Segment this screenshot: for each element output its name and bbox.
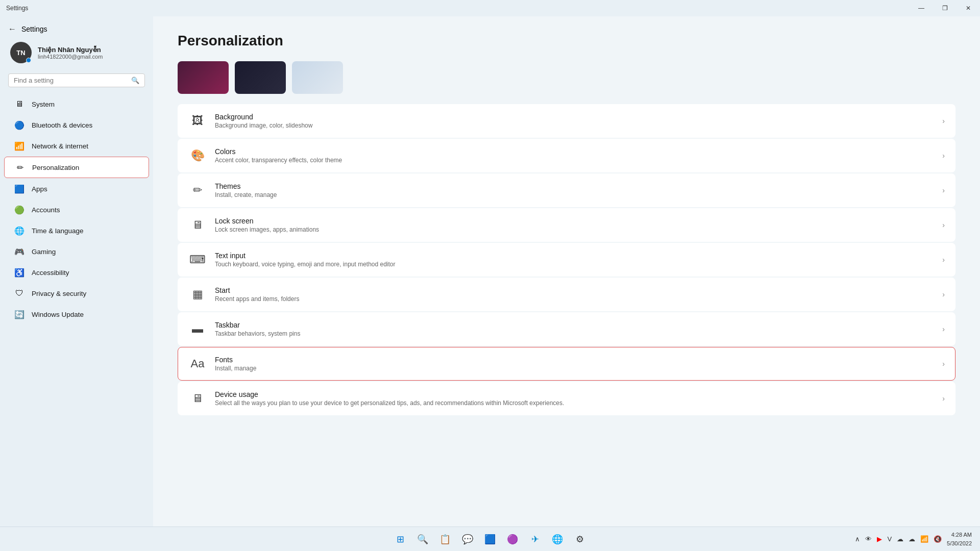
tray-expand[interactable]: ∧	[853, 533, 862, 545]
nav-icon-accounts: 🟢	[14, 205, 24, 215]
setting-item-taskbar[interactable]: ▬ Taskbar Taskbar behaviors, system pins…	[178, 312, 955, 346]
nav-label-bluetooth: Bluetooth & devices	[32, 121, 92, 129]
tray-wifi[interactable]: 📶	[918, 533, 930, 545]
setting-icon-wrap-lockscreen: 🖥	[188, 216, 207, 234]
sidebar-item-bluetooth[interactable]: 🔵 Bluetooth & devices	[4, 115, 149, 135]
titlebar: Settings — ❐ ✕	[0, 0, 980, 16]
theme-swatch-2[interactable]	[235, 61, 286, 94]
taskbar: ⊞🔍📋💬🟦🟣✈🌐⚙ ∧ 👁 ▶ V ☁ ☁ 📶 🔇 4:28 AM 5/30/2…	[0, 527, 980, 551]
search-input[interactable]	[14, 77, 128, 84]
setting-item-start[interactable]: ▦ Start Recent apps and items, folders ›	[178, 278, 955, 311]
setting-text-lockscreen: Lock screen Lock screen images, apps, an…	[215, 217, 934, 233]
sidebar-item-privacy[interactable]: 🛡 Privacy & security	[4, 283, 149, 304]
nav-label-system: System	[32, 101, 55, 108]
nav-label-time: Time & language	[32, 227, 84, 235]
chevron-fonts: ›	[942, 360, 945, 368]
setting-item-background[interactable]: 🖼 Background Background image, color, sl…	[178, 104, 955, 138]
nav-icon-gaming: 🎮	[14, 246, 24, 257]
setting-text-fonts: Fonts Install, manage	[215, 356, 934, 372]
nav-icon-accessibility: ♿	[14, 267, 24, 278]
chevron-start: ›	[942, 290, 945, 298]
nav-label-update: Windows Update	[32, 311, 84, 318]
maximize-button[interactable]: ❐	[933, 0, 957, 16]
setting-item-textinput[interactable]: ⌨ Text input Touch keyboard, voice typin…	[178, 243, 955, 277]
sidebar-item-accessibility[interactable]: ♿ Accessibility	[4, 262, 149, 283]
chevron-colors: ›	[942, 152, 945, 160]
titlebar-title: Settings	[6, 5, 28, 12]
setting-desc-fonts: Install, manage	[215, 365, 934, 372]
nav-icon-system: 🖥	[14, 99, 24, 109]
nav-icon-update: 🔄	[14, 309, 24, 319]
setting-name-deviceusage: Device usage	[215, 390, 934, 398]
setting-name-themes: Themes	[215, 182, 934, 190]
search-box[interactable]: 🔍	[8, 73, 145, 87]
sidebar-item-time[interactable]: 🌐 Time & language	[4, 220, 149, 241]
setting-icon-deviceusage: 🖥	[192, 392, 203, 405]
setting-icon-themes: ✏	[193, 184, 202, 197]
nav-label-network: Network & internet	[32, 142, 88, 150]
taskbar-icon-search[interactable]: 🔍	[412, 529, 433, 549]
app-container: ← Settings TN Thiện Nhân Nguyễn linh4182…	[0, 16, 980, 527]
setting-name-colors: Colors	[215, 147, 934, 156]
close-button[interactable]: ✕	[957, 0, 980, 16]
setting-text-themes: Themes Install, create, manage	[215, 182, 934, 198]
setting-item-themes[interactable]: ✏ Themes Install, create, manage ›	[178, 173, 955, 207]
tray-volume[interactable]: 🔇	[932, 533, 944, 545]
tray-yt[interactable]: ▶	[875, 533, 884, 545]
setting-icon-colors: 🎨	[191, 149, 205, 162]
setting-icon-lockscreen: 🖥	[192, 218, 203, 232]
tray-eye[interactable]: 👁	[863, 533, 874, 545]
taskbar-icon-pr[interactable]: 🟣	[502, 529, 523, 549]
page-title: Personalization	[178, 33, 955, 49]
sidebar-item-system[interactable]: 🖥 System	[4, 94, 149, 114]
tray-v[interactable]: V	[885, 533, 894, 545]
sidebar-item-apps[interactable]: 🟦 Apps	[4, 179, 149, 199]
nav-list: 🖥 System 🔵 Bluetooth & devices 📶 Network…	[0, 93, 153, 325]
setting-icon-start: ▦	[192, 288, 203, 301]
back-button[interactable]: ←	[8, 24, 16, 34]
nav-label-personalization: Personalization	[32, 164, 79, 171]
taskbar-icon-telegram[interactable]: ✈	[525, 529, 545, 549]
setting-desc-colors: Accent color, transparency effects, colo…	[215, 157, 934, 164]
sidebar-app-title: Settings	[21, 25, 47, 33]
theme-swatch-3[interactable]	[292, 61, 343, 94]
clock-area: 4:28 AM 5/30/2022	[947, 531, 972, 547]
taskbar-icon-settings[interactable]: ⚙	[570, 529, 590, 549]
tray-cloud2[interactable]: ☁	[906, 533, 917, 545]
setting-icon-taskbar: ▬	[192, 322, 203, 336]
user-name: Thiện Nhân Nguyễn	[38, 46, 103, 54]
user-profile: TN Thiện Nhân Nguyễn linh41822000@gmail.…	[0, 38, 153, 71]
setting-item-fonts[interactable]: Aa Fonts Install, manage ›	[178, 347, 955, 381]
sidebar-item-network[interactable]: 📶 Network & internet	[4, 136, 149, 156]
chevron-textinput: ›	[942, 256, 945, 264]
clock-date: 5/30/2022	[947, 539, 972, 548]
sidebar-item-accounts[interactable]: 🟢 Accounts	[4, 199, 149, 220]
titlebar-controls: — ❐ ✕	[910, 0, 980, 16]
nav-icon-apps: 🟦	[14, 184, 24, 194]
taskbar-icon-chrome[interactable]: 🌐	[547, 529, 568, 549]
tray-cloud1[interactable]: ☁	[895, 533, 905, 545]
chevron-lockscreen: ›	[942, 221, 945, 229]
taskbar-icon-files[interactable]: 📋	[435, 529, 455, 549]
nav-label-privacy: Privacy & security	[32, 290, 86, 297]
setting-desc-taskbar: Taskbar behaviors, system pins	[215, 330, 934, 337]
setting-item-colors[interactable]: 🎨 Colors Accent color, transparency effe…	[178, 139, 955, 172]
sidebar-item-gaming[interactable]: 🎮 Gaming	[4, 241, 149, 262]
nav-icon-bluetooth: 🔵	[14, 120, 24, 130]
setting-text-textinput: Text input Touch keyboard, voice typing,…	[215, 252, 934, 268]
main-content: Personalization 🖼 Background Background …	[153, 16, 980, 527]
setting-item-lockscreen[interactable]: 🖥 Lock screen Lock screen images, apps, …	[178, 208, 955, 242]
sys-tray: ∧ 👁 ▶ V ☁ ☁ 📶 🔇	[853, 533, 944, 545]
setting-desc-lockscreen: Lock screen images, apps, animations	[215, 226, 934, 233]
taskbar-icon-chat[interactable]: 💬	[457, 529, 478, 549]
nav-label-gaming: Gaming	[32, 248, 56, 256]
sidebar-item-update[interactable]: 🔄 Windows Update	[4, 304, 149, 324]
setting-item-deviceusage[interactable]: 🖥 Device usage Select all the ways you p…	[178, 382, 955, 415]
sidebar-item-personalization[interactable]: ✏ Personalization	[4, 157, 149, 178]
minimize-button[interactable]: —	[910, 0, 933, 16]
chevron-themes: ›	[942, 186, 945, 194]
taskbar-icon-start[interactable]: ⊞	[390, 529, 410, 549]
setting-icon-wrap-start: ▦	[188, 285, 207, 304]
theme-swatch-1[interactable]	[178, 61, 229, 94]
taskbar-icon-ps[interactable]: 🟦	[480, 529, 500, 549]
